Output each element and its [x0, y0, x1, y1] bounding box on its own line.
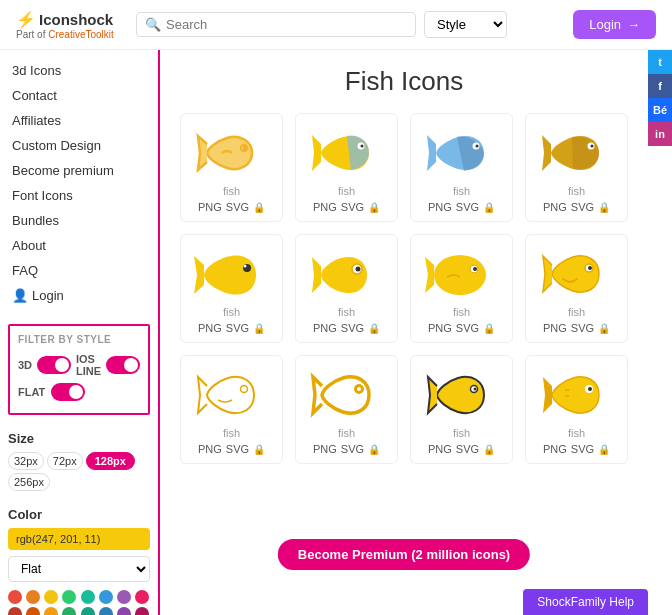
flat-select[interactable]: Flat Gradient: [8, 556, 150, 582]
sidebar-item-customdesign[interactable]: Custom Design: [0, 133, 158, 158]
svg-link[interactable]: SVG: [341, 443, 364, 455]
icon-card[interactable]: fish PNG SVG 🔒: [180, 113, 283, 222]
sidebar-item-login[interactable]: 👤 Login: [0, 283, 158, 308]
size-32[interactable]: 32px: [8, 452, 44, 470]
size-256[interactable]: 256px: [8, 473, 50, 491]
icon-label: fish: [419, 185, 504, 197]
svg-link[interactable]: SVG: [571, 201, 594, 213]
png-link[interactable]: PNG: [543, 201, 567, 213]
swatch[interactable]: [81, 590, 95, 604]
swatch[interactable]: [8, 607, 22, 615]
social-twitter[interactable]: t: [648, 50, 672, 74]
premium-banner[interactable]: Become Premium (2 million icons): [278, 539, 530, 570]
icon-card[interactable]: fish PNG SVG 🔒: [525, 113, 628, 222]
swatch[interactable]: [81, 607, 95, 615]
swatch[interactable]: [44, 590, 58, 604]
icon-card[interactable]: fish PNG SVG 🔒: [295, 113, 398, 222]
svg-link[interactable]: SVG: [456, 322, 479, 334]
color-title: Color: [8, 507, 150, 522]
swatch[interactable]: [135, 607, 149, 615]
lock-icon: 🔒: [483, 323, 495, 334]
png-link[interactable]: PNG: [428, 443, 452, 455]
user-icon: 👤: [12, 288, 28, 303]
png-link[interactable]: PNG: [313, 322, 337, 334]
icon-actions: PNG SVG 🔒: [534, 201, 619, 213]
png-link[interactable]: PNG: [543, 443, 567, 455]
svg-link[interactable]: SVG: [341, 201, 364, 213]
social-behance[interactable]: Bé: [648, 98, 672, 122]
sidebar-item-faq[interactable]: FAQ: [0, 258, 158, 283]
svg-link[interactable]: SVG: [226, 322, 249, 334]
toggle-ios[interactable]: [106, 356, 140, 374]
png-link[interactable]: PNG: [543, 322, 567, 334]
png-link[interactable]: PNG: [198, 443, 222, 455]
icon-card[interactable]: fish PNG SVG 🔒: [410, 234, 513, 343]
swatch[interactable]: [135, 590, 149, 604]
swatch[interactable]: [26, 607, 40, 615]
png-link[interactable]: PNG: [428, 201, 452, 213]
icon-card[interactable]: fish PNG SVG 🔒: [525, 234, 628, 343]
fish-icon: [307, 368, 387, 423]
icon-card[interactable]: fish PNG SVG 🔒: [410, 113, 513, 222]
sidebar-item-bundles[interactable]: Bundles: [0, 208, 158, 233]
help-banner[interactable]: ShockFamily Help: [523, 589, 648, 615]
svg-link[interactable]: SVG: [226, 201, 249, 213]
svg-point-18: [355, 386, 362, 393]
svg-link[interactable]: SVG: [341, 322, 364, 334]
swatch[interactable]: [44, 607, 58, 615]
size-72[interactable]: 72px: [47, 452, 83, 470]
icon-card[interactable]: fish PNG SVG 🔒: [180, 234, 283, 343]
swatch[interactable]: [26, 590, 40, 604]
logo-text: Iconshock: [39, 11, 113, 28]
svg-point-17: [240, 386, 247, 393]
swatch[interactable]: [99, 607, 113, 615]
svg-point-11: [355, 267, 360, 272]
icon-actions: PNG SVG 🔒: [419, 322, 504, 334]
toggle-flat[interactable]: [51, 383, 85, 401]
png-link[interactable]: PNG: [428, 322, 452, 334]
png-link[interactable]: PNG: [313, 201, 337, 213]
icon-card[interactable]: fish PNG SVG 🔒: [180, 355, 283, 464]
sidebar-item-3dicons[interactable]: 3d Icons: [0, 58, 158, 83]
svg-point-12: [434, 255, 486, 295]
social-facebook[interactable]: f: [648, 74, 672, 98]
svg-link[interactable]: SVG: [456, 443, 479, 455]
swatch[interactable]: [117, 607, 131, 615]
search-input[interactable]: [166, 17, 407, 32]
svg-link[interactable]: SVG: [456, 201, 479, 213]
icon-card[interactable]: fish PNG SVG 🔒: [410, 355, 513, 464]
toggle-3d[interactable]: [37, 356, 71, 374]
png-link[interactable]: PNG: [198, 201, 222, 213]
svg-point-7: [590, 145, 593, 148]
color-input[interactable]: [8, 528, 150, 550]
sidebar-item-affiliates[interactable]: Affiliates: [0, 108, 158, 133]
content-area: Fish Icons fish: [160, 50, 648, 615]
sidebar-item-about[interactable]: About: [0, 233, 158, 258]
icon-actions: PNG SVG 🔒: [534, 322, 619, 334]
swatch[interactable]: [8, 590, 22, 604]
sidebar-item-premium[interactable]: Become premium: [0, 158, 158, 183]
style-select[interactable]: Style 3D Flat iOS Line: [424, 11, 507, 38]
icon-label: fish: [189, 427, 274, 439]
sidebar-item-contact[interactable]: Contact: [0, 83, 158, 108]
icons-grid: fish PNG SVG 🔒 f: [180, 113, 628, 464]
icon-card[interactable]: fish PNG SVG 🔒: [295, 234, 398, 343]
login-button[interactable]: Login →: [573, 10, 656, 39]
png-link[interactable]: PNG: [198, 322, 222, 334]
social-instagram[interactable]: in: [648, 122, 672, 146]
swatch[interactable]: [62, 590, 76, 604]
fish-icon: [192, 247, 272, 302]
swatch[interactable]: [99, 590, 113, 604]
size-128[interactable]: 128px: [86, 452, 135, 470]
svg-link[interactable]: SVG: [571, 322, 594, 334]
icon-card[interactable]: fish PNG SVG 🔒: [295, 355, 398, 464]
svg-link[interactable]: SVG: [571, 443, 594, 455]
icon-card[interactable]: fish PNG SVG 🔒: [525, 355, 628, 464]
swatch[interactable]: [62, 607, 76, 615]
png-link[interactable]: PNG: [313, 443, 337, 455]
svg-link[interactable]: SVG: [226, 443, 249, 455]
icon-actions: PNG SVG 🔒: [304, 443, 389, 455]
size-section: Size 32px 72px 128px 256px: [8, 431, 150, 491]
swatch[interactable]: [117, 590, 131, 604]
sidebar-item-fonticons[interactable]: Font Icons: [0, 183, 158, 208]
